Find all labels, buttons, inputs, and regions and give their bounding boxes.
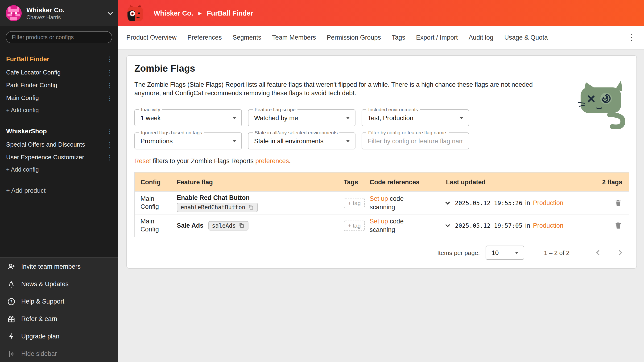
flag-key-chip[interactable]: enableRedChatButton (177, 203, 258, 212)
set-up-code-scanning-link[interactable]: Set up (370, 218, 388, 225)
chevron-down-icon (460, 117, 464, 119)
flag-name-filter-input[interactable] (362, 133, 468, 149)
sidebar-filter-input[interactable] (6, 31, 112, 43)
invite-team-members-button[interactable]: Invite team members (0, 258, 118, 275)
refer-earn-button[interactable]: Refer & earn (0, 310, 118, 328)
page-range: 1 – 2 of 2 (544, 249, 570, 256)
table-row: Main Config Sale Ads saleAds + tag (135, 214, 629, 237)
stale-environments-select[interactable]: Stale in all/any selected environments S… (248, 133, 356, 150)
kebab-menu-icon[interactable]: ⋮ (106, 56, 113, 62)
trash-icon (614, 222, 622, 230)
sidebar-config-special-offers[interactable]: Special Offers and Discounts ⋮ (0, 138, 118, 151)
top-header: Whisker Co. ▶ FurBall Finder (118, 0, 644, 26)
sidebar: Whisker Co. Chavez Harris FurBall Finder… (0, 0, 118, 362)
expand-row-chevron-icon[interactable] (445, 200, 450, 205)
content-area: Zombie Flags The Zombie Flags (Stale Fla… (118, 50, 644, 362)
kebab-menu-icon[interactable]: ⋮ (628, 34, 636, 42)
flag-name-filter-field: Filter by config or feature flag name. (362, 133, 469, 150)
sidebar-config-park-finder[interactable]: Park Finder Config ⋮ (0, 79, 118, 92)
table-row: Main Config Enable Red Chat Button enabl… (135, 192, 629, 214)
expand-row-chevron-icon[interactable] (445, 223, 450, 228)
user-name: Chavez Harris (26, 14, 108, 20)
last-updated-timestamp: 2025.05.12 19:55:26 (455, 200, 522, 207)
previous-page-button[interactable] (596, 250, 602, 256)
feature-flag-scope-select[interactable]: Feature flag scope Watched by me (248, 110, 356, 126)
flag-key-chip[interactable]: saleAds (208, 221, 248, 230)
kebab-menu-icon[interactable]: ⋮ (106, 154, 113, 160)
tab-segments[interactable]: Segments (233, 34, 262, 41)
items-per-page-label: Items per page: (437, 249, 480, 256)
items-per-page-select[interactable]: 10 (486, 246, 524, 260)
tab-preferences[interactable]: Preferences (188, 34, 222, 41)
feature-flag-name: Enable Red Chat Button (177, 194, 250, 201)
reset-link[interactable]: Reset (134, 158, 151, 165)
chevron-down-icon (346, 117, 350, 119)
config-name: Main Config (140, 195, 165, 211)
sidebar-config-user-experience[interactable]: User Experience Customizer ⋮ (0, 151, 118, 164)
invite-icon (7, 262, 16, 271)
page-title: Zombie Flags (134, 63, 629, 74)
tab-team-members[interactable]: Team Members (272, 34, 316, 41)
copy-icon[interactable] (248, 204, 254, 210)
breadcrumb-arrow-icon: ▶ (198, 10, 202, 15)
environment-link[interactable]: Production (533, 200, 564, 207)
tab-usage-quota[interactable]: Usage & Quota (504, 34, 548, 41)
help-support-button[interactable]: ? Help & Support (0, 293, 118, 310)
upgrade-plan-button[interactable]: Upgrade plan (0, 328, 118, 345)
kebab-menu-icon[interactable]: ⋮ (106, 94, 113, 101)
tab-audit-log[interactable]: Audit log (468, 34, 493, 41)
chevron-down-icon (232, 140, 236, 142)
app-root: Whisker Co. Chavez Harris FurBall Finder… (0, 0, 644, 362)
breadcrumb-org[interactable]: Whisker Co. (154, 9, 193, 17)
tab-export-import[interactable]: Export / Import (416, 34, 458, 41)
news-updates-button[interactable]: News & Updates (0, 275, 118, 293)
hide-sidebar-button[interactable]: Hide sidebar (0, 345, 118, 362)
org-avatar (6, 5, 22, 21)
tab-permission-groups[interactable]: Permission Groups (327, 34, 381, 41)
copy-icon[interactable] (238, 223, 245, 229)
delete-flag-button[interactable] (614, 199, 622, 207)
kebab-menu-icon[interactable]: ⋮ (106, 69, 113, 76)
chevron-down-icon (232, 117, 236, 119)
pagination: Items per page: 10 1 – 2 of 2 (134, 246, 629, 260)
collapse-icon (7, 350, 16, 358)
add-tag-button[interactable]: + tag (344, 198, 365, 208)
add-config-button[interactable]: + Add config (0, 104, 118, 116)
kebab-menu-icon[interactable]: ⋮ (106, 128, 113, 134)
sidebar-product-whiskershop[interactable]: WhiskerShop ⋮ (0, 124, 118, 138)
add-config-button[interactable]: + Add config (0, 164, 118, 176)
environment-link[interactable]: Production (533, 222, 564, 229)
bell-icon (7, 280, 16, 288)
chevron-down-icon (108, 10, 113, 15)
tab-product-overview[interactable]: Product Overview (126, 34, 176, 41)
next-page-button[interactable] (617, 250, 622, 256)
zombie-flags-table: Config Feature flag Tags Code references… (134, 172, 630, 237)
last-updated-timestamp: 2025.05.12 19:57:05 (455, 222, 522, 229)
sidebar-product-furball-finder[interactable]: FurBall Finder ⋮ (0, 52, 118, 66)
sidebar-config-main-config[interactable]: Main Config ⋮ (0, 92, 118, 104)
kebab-menu-icon[interactable]: ⋮ (106, 141, 113, 148)
kebab-menu-icon[interactable]: ⋮ (106, 82, 113, 88)
preferences-link[interactable]: preferences (255, 158, 289, 165)
feature-flag-name: Sale Ads (177, 222, 204, 229)
inactivity-select[interactable]: Inactivity 1 week (134, 110, 242, 126)
config-name: Main Config (140, 218, 165, 234)
org-switcher[interactable]: Whisker Co. Chavez Harris (0, 0, 118, 26)
chevron-down-icon (515, 252, 518, 254)
sidebar-config-cafe-locator[interactable]: Cafe Locator Config ⋮ (0, 66, 118, 79)
add-product-button[interactable]: + Add product (0, 183, 118, 198)
add-tag-button[interactable]: + tag (344, 220, 365, 231)
page-description: The Zombie Flags (Stale Flags) Report li… (134, 80, 561, 98)
reset-line: Reset filters to your Zombie Flags Repor… (134, 158, 629, 165)
tab-tags[interactable]: Tags (392, 34, 405, 41)
product-tabs: Product Overview Preferences Segments Te… (118, 26, 644, 50)
included-environments-select[interactable]: Included environments Test, Production (362, 110, 469, 126)
set-up-code-scanning-link[interactable]: Set up (370, 196, 388, 202)
breadcrumb-product[interactable]: FurBall Finder (207, 9, 253, 17)
flags-count: 2 flags (596, 179, 629, 186)
ignored-tags-select[interactable]: Ignored flags based on tags Promotions (134, 133, 242, 150)
zombie-cat-illustration-icon (577, 79, 630, 129)
trash-icon (614, 199, 622, 207)
table-header: Config Feature flag Tags Code references… (135, 173, 629, 192)
delete-flag-button[interactable] (614, 222, 622, 230)
